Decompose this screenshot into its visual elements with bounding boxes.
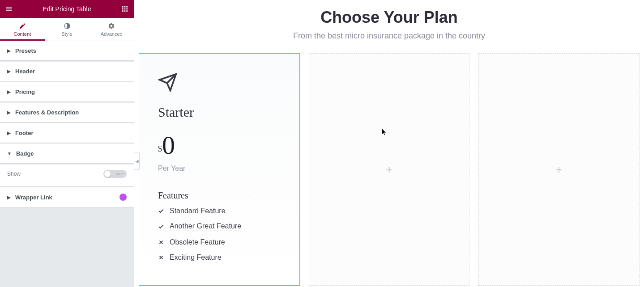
tab-content-label: Content xyxy=(14,31,31,37)
tab-style-label: Style xyxy=(61,31,72,37)
features-title: Features xyxy=(158,190,281,201)
section-badge[interactable]: ▼ Badge xyxy=(0,144,134,164)
sidebar-sections: ▶ Presets ▶ Header ▶ Pricing ▶ Features … xyxy=(0,41,134,208)
widgets-grid-icon[interactable] xyxy=(121,5,128,13)
menu-icon[interactable] xyxy=(5,5,13,13)
caret-down-icon: ▼ xyxy=(7,151,12,156)
feature-item: Another Great Feature xyxy=(158,222,281,231)
add-widget-placeholder[interactable]: + xyxy=(309,53,470,286)
section-wrapper-label: Wrapper Link xyxy=(15,194,52,201)
plan-price: $ 0 xyxy=(158,132,281,158)
tab-content[interactable]: Content xyxy=(0,18,45,41)
sidebar-header: Edit Pricing Table xyxy=(0,0,134,18)
badge-show-control: Show HIDE xyxy=(0,165,134,186)
svg-rect-3 xyxy=(122,8,124,10)
svg-rect-2 xyxy=(126,6,128,8)
tab-advanced-label: Advanced xyxy=(101,31,123,37)
feature-label: Standard Feature xyxy=(170,207,226,215)
plus-icon: + xyxy=(556,163,563,177)
price-amount: 0 xyxy=(162,132,175,158)
section-features-label: Features & Description xyxy=(15,109,79,116)
pricing-card-starter[interactable]: Starter $ 0 Per Year Features Standard F… xyxy=(139,53,300,286)
check-icon xyxy=(158,208,164,214)
badge-show-label: Show xyxy=(7,171,21,177)
sidebar-tabs: Content Style Advanced xyxy=(0,18,134,41)
section-badge-label: Badge xyxy=(16,150,34,157)
section-footer[interactable]: ▶ Footer xyxy=(0,123,134,143)
badge-show-toggle[interactable]: HIDE xyxy=(103,170,127,178)
check-icon xyxy=(158,224,164,230)
svg-rect-5 xyxy=(126,8,128,10)
price-currency: $ xyxy=(158,144,162,154)
section-wrapper-link[interactable]: ▶ Wrapper Link xyxy=(0,187,134,207)
section-header-label: Header xyxy=(15,68,35,75)
feature-label: Another Great Feature xyxy=(170,222,241,231)
feature-label: Obsolete Feature xyxy=(170,238,225,246)
page-title: Choose Your Plan xyxy=(134,8,644,27)
tab-advanced[interactable]: Advanced xyxy=(89,18,134,41)
svg-rect-7 xyxy=(124,10,126,12)
plan-period: Per Year xyxy=(158,165,281,173)
feature-list: Standard Feature Another Great Feature O… xyxy=(158,207,281,262)
tab-style[interactable]: Style xyxy=(45,18,90,41)
section-presets[interactable]: ▶ Presets xyxy=(0,41,134,61)
caret-right-icon: ▶ xyxy=(7,69,11,74)
caret-right-icon: ▶ xyxy=(7,89,11,94)
caret-right-icon: ▶ xyxy=(7,131,11,135)
feature-item: Obsolete Feature xyxy=(158,238,281,246)
section-footer-label: Footer xyxy=(15,130,33,136)
caret-right-icon: ▶ xyxy=(7,195,11,200)
svg-rect-1 xyxy=(124,6,126,8)
sidebar-title: Edit Pricing Table xyxy=(13,5,121,13)
paper-plane-icon xyxy=(158,72,281,94)
preview-canvas: Choose Your Plan From the best micro ins… xyxy=(134,0,644,287)
ea-badge-icon xyxy=(119,194,127,201)
caret-right-icon: ▶ xyxy=(7,110,11,115)
feature-item: Exciting Feature xyxy=(158,253,281,262)
caret-right-icon: ▶ xyxy=(7,48,11,53)
section-presets-label: Presets xyxy=(15,47,36,54)
svg-rect-6 xyxy=(122,10,124,12)
plus-icon: + xyxy=(386,163,392,177)
plan-name: Starter xyxy=(158,105,281,120)
section-header[interactable]: ▶ Header xyxy=(0,62,134,81)
svg-rect-4 xyxy=(124,8,126,10)
plans-row: Starter $ 0 Per Year Features Standard F… xyxy=(134,41,644,286)
feature-item: Standard Feature xyxy=(158,207,281,215)
panel-collapse-handle[interactable]: ◀ xyxy=(134,152,140,170)
add-widget-placeholder[interactable]: + xyxy=(478,53,640,286)
editor-sidebar: Edit Pricing Table Content Style Advance… xyxy=(0,0,134,287)
feature-label: Exciting Feature xyxy=(170,253,222,262)
section-pricing[interactable]: ▶ Pricing xyxy=(0,82,134,102)
section-pricing-label: Pricing xyxy=(15,89,35,95)
section-features[interactable]: ▶ Features & Description xyxy=(0,103,134,122)
svg-rect-0 xyxy=(122,6,124,8)
page-subtitle: From the best micro insurance package in… xyxy=(134,31,644,41)
svg-rect-8 xyxy=(126,10,128,12)
x-icon xyxy=(158,254,164,261)
x-icon xyxy=(158,239,164,245)
